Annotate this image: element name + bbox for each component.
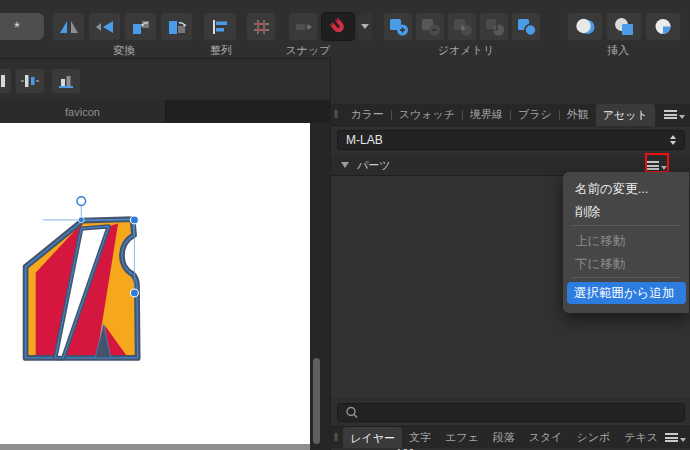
rotate-cw-icon — [166, 18, 188, 36]
snap-toggle-button[interactable] — [321, 12, 355, 41]
rotate-ccw-icon — [130, 18, 152, 36]
snap-candidate-button[interactable] — [288, 12, 318, 41]
vertical-scrollbar[interactable] — [313, 358, 320, 444]
boolean-divide-button[interactable] — [479, 12, 509, 41]
flip-vertical-button[interactable] — [88, 12, 121, 41]
panel-menu-button[interactable] — [664, 110, 685, 119]
application-window: * 変換 — [0, 0, 690, 450]
boolean-add-button[interactable] — [383, 12, 413, 41]
tab-character[interactable]: 文字 — [402, 430, 438, 445]
insert-behind-button[interactable] — [606, 12, 642, 41]
distribute-button[interactable] — [15, 68, 45, 94]
tab-swatches[interactable]: スウォッチ — [392, 107, 462, 122]
align-top-icon — [0, 73, 7, 89]
tab-stroke[interactable]: 境界線 — [463, 107, 510, 122]
menu-separator — [571, 277, 681, 278]
tab-brushes[interactable]: ブラシ — [511, 107, 559, 122]
tab-paragraph[interactable]: 段落 — [486, 430, 522, 445]
tab-effects[interactable]: エフェ — [438, 430, 486, 445]
boolean-add-icon — [388, 17, 409, 36]
document-tab-label: favicon — [65, 106, 100, 118]
flip-horizontal-icon — [58, 18, 80, 36]
panel-drag-handle[interactable]: ‖ — [334, 109, 339, 120]
snap-grid-button[interactable] — [246, 12, 276, 41]
menu-item-label: 選択範囲から追加 — [574, 285, 675, 302]
rotate-ccw-button[interactable] — [124, 12, 157, 41]
flip-horizontal-button[interactable] — [52, 12, 85, 41]
rotation-handle[interactable] — [77, 197, 86, 206]
hamburger-menu-icon — [664, 110, 677, 119]
boolean-intersect-icon — [452, 17, 473, 36]
bottom-panel-tab-bar: ‖ レイヤー 文字 エフェ 段落 スタイ シンボ テキス — [331, 426, 690, 448]
dropdown-arrow-icon — [679, 115, 685, 119]
rotate-cw-button[interactable] — [160, 12, 193, 41]
align-left-icon — [210, 18, 230, 36]
selection-handle-left[interactable] — [78, 217, 84, 223]
distribute-icon — [20, 73, 40, 89]
align-bottom-icon — [56, 73, 76, 89]
tab-color[interactable]: カラー — [343, 107, 391, 122]
selection-handle-bottom-right[interactable] — [130, 289, 138, 297]
boolean-intersect-button[interactable] — [447, 12, 477, 41]
toolbar-overflow-button[interactable]: * — [0, 13, 44, 40]
align-button[interactable] — [203, 12, 237, 41]
snap-options-dropdown[interactable] — [357, 12, 373, 41]
flip-vertical-icon — [94, 18, 116, 36]
menu-item-rename[interactable]: 名前の変更... — [575, 181, 648, 198]
asset-category-select[interactable]: M-LAB — [337, 130, 685, 150]
insert-replace-icon — [574, 17, 596, 36]
parts-section-title: パーツ — [357, 158, 391, 173]
menu-item-move-down[interactable]: 下に移動 — [575, 256, 625, 273]
tab-layers[interactable]: レイヤー — [343, 427, 402, 449]
boolean-combine-button[interactable] — [511, 12, 541, 41]
search-field[interactable] — [337, 403, 685, 422]
top-toolbar: * 変換 — [0, 0, 690, 59]
select-stepper-icon — [670, 135, 676, 145]
parts-context-menu: 名前の変更... 削除 上に移動 下に移動 選択範囲から追加 — [563, 172, 689, 313]
canvas[interactable] — [0, 123, 310, 444]
snap-candidate-icon — [294, 18, 313, 36]
document-tab-bar: favicon — [0, 100, 330, 123]
menu-item-move-up[interactable]: 上に移動 — [575, 233, 625, 250]
tab-text[interactable]: テキス — [617, 430, 665, 445]
dropdown-arrow-icon — [680, 438, 686, 442]
asset-category-value: M-LAB — [346, 133, 383, 147]
insert-inside-icon — [652, 17, 674, 36]
annotation-highlight-box — [645, 153, 669, 173]
boolean-subtract-icon — [420, 17, 441, 36]
hamburger-menu-icon — [665, 433, 678, 442]
align-top-button[interactable] — [0, 68, 12, 94]
menu-separator — [571, 225, 681, 226]
selection-handle-top-right[interactable] — [130, 216, 138, 224]
align-group-label: 整列 — [210, 43, 232, 58]
transform-group-label: 変換 — [113, 43, 135, 58]
boolean-divide-icon — [484, 17, 505, 36]
menu-item-delete[interactable]: 削除 — [575, 204, 600, 221]
panel-menu-button[interactable] — [665, 433, 686, 442]
panel-tab-bar: ‖ カラー スウォッチ 境界線 ブラシ 外観 アセット — [331, 104, 690, 126]
align-bottom-button[interactable] — [51, 68, 81, 94]
boolean-combine-icon — [516, 17, 537, 36]
asset-search-row — [331, 398, 690, 426]
boolean-subtract-button[interactable] — [415, 12, 445, 41]
tab-assets[interactable]: アセット — [596, 104, 655, 126]
search-input[interactable] — [362, 405, 666, 419]
search-icon — [344, 405, 362, 419]
dropdown-arrow-icon — [361, 24, 369, 29]
panel-drag-handle[interactable]: ‖ — [334, 432, 339, 443]
insert-inside-button[interactable] — [645, 12, 681, 41]
tab-styles[interactable]: スタイ — [522, 430, 570, 445]
logo-artwork — [0, 123, 310, 444]
snap-group-label: スナップ — [285, 43, 330, 58]
disclosure-triangle-icon[interactable] — [341, 162, 349, 168]
secondary-toolbar — [0, 59, 330, 100]
document-tab-favicon[interactable]: favicon — [0, 100, 166, 123]
tab-appearance[interactable]: 外観 — [560, 107, 596, 122]
tab-symbols[interactable]: シンボ — [569, 430, 617, 445]
pasteboard-strip — [0, 444, 310, 450]
insert-replace-button[interactable] — [567, 12, 603, 41]
magnet-icon — [327, 17, 349, 37]
snap-grid-icon — [252, 18, 271, 36]
menu-item-add-from-selection[interactable]: 選択範囲から追加 — [567, 282, 686, 304]
canvas-scroll-gutter — [310, 123, 330, 450]
